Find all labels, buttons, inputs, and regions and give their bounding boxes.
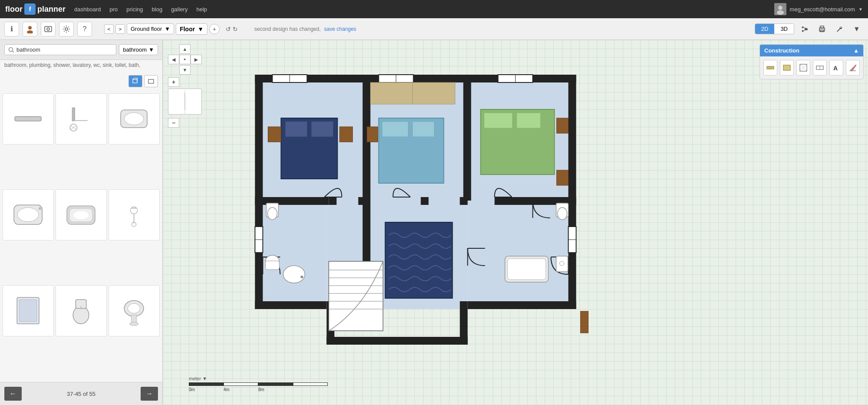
wall-tool[interactable] <box>763 60 777 76</box>
info-button[interactable]: ℹ <box>4 22 19 36</box>
wrench-button[interactable] <box>832 22 846 36</box>
svg-line-12 <box>13 51 14 53</box>
next-page-button[interactable]: → <box>141 387 158 401</box>
floor-tool[interactable] <box>780 60 794 76</box>
item-urinal[interactable] <box>56 285 107 336</box>
svg-point-104 <box>283 266 305 283</box>
item-shower-tray[interactable] <box>3 93 54 145</box>
nav-blog[interactable]: blog <box>152 6 163 13</box>
svg-rect-98 <box>557 118 569 133</box>
svg-rect-61 <box>327 337 468 345</box>
print-button[interactable] <box>815 22 829 36</box>
view-dropdown[interactable]: Floor ▼ <box>176 23 207 35</box>
item-bathtub2[interactable] <box>56 189 107 240</box>
view-dropdown-icon: ▼ <box>197 26 204 33</box>
item-mirror[interactable] <box>3 285 54 336</box>
window-tool[interactable] <box>813 60 827 76</box>
photos-button[interactable] <box>41 22 56 36</box>
floor-dropdown[interactable]: Ground floor ▼ <box>127 23 174 34</box>
svg-rect-63 <box>464 75 471 201</box>
nav-pricing[interactable]: pricing <box>126 6 143 13</box>
svg-point-41 <box>130 322 138 326</box>
add-floor-button[interactable]: + <box>209 24 220 34</box>
item-bathtub1[interactable] <box>3 189 54 240</box>
svg-rect-52 <box>329 197 337 205</box>
item-sink-pedestal[interactable] <box>108 285 160 336</box>
svg-rect-58 <box>468 301 576 309</box>
svg-rect-16 <box>72 108 75 121</box>
ceiling-tool[interactable] <box>796 60 810 76</box>
svg-rect-49 <box>255 75 263 309</box>
top-navigation: floor f planner dashboard pro pricing bl… <box>0 0 868 18</box>
svg-rect-103 <box>266 261 279 270</box>
search-area: bathroom ▼ <box>0 40 162 60</box>
svg-rect-85 <box>286 122 307 137</box>
nav-pro[interactable]: pro <box>109 6 118 13</box>
text-tool[interactable]: A <box>829 60 843 76</box>
nav-dashboard[interactable]: dashboard <box>74 6 101 13</box>
2d-view-button[interactable]: 2D <box>755 24 775 34</box>
svg-rect-117 <box>508 259 546 280</box>
svg-rect-34 <box>20 300 37 322</box>
scale-unit-dropdown[interactable]: meter ▼ <box>189 376 328 381</box>
item-bathtub-angled[interactable] <box>108 93 160 145</box>
construction-panel-header[interactable]: Construction ▲ <box>760 45 863 56</box>
item-shower[interactable] <box>56 93 107 145</box>
scale-visual <box>189 382 328 386</box>
svg-rect-92 <box>367 127 378 142</box>
undo-button[interactable]: ↺ <box>226 26 231 33</box>
erase-tool[interactable] <box>846 60 860 76</box>
user-dropdown-icon[interactable]: ▼ <box>858 7 863 12</box>
share-button[interactable] <box>798 22 812 36</box>
svg-point-11 <box>9 47 13 51</box>
user-area: meg_escott@hotmail.com ▼ <box>774 3 863 15</box>
svg-point-35 <box>73 306 89 324</box>
floor-dropdown-icon: ▼ <box>164 26 170 32</box>
svg-rect-96 <box>484 113 513 128</box>
svg-rect-10 <box>820 30 824 32</box>
scale-unit-label: meter <box>189 376 201 381</box>
scale-label-8: 8m <box>258 387 293 392</box>
floor-label: Ground floor <box>131 26 162 32</box>
2d-items-button[interactable] <box>144 75 158 87</box>
category-label: bathroom <box>123 46 147 53</box>
svg-rect-97 <box>517 113 541 128</box>
svg-point-24 <box>18 208 39 222</box>
svg-rect-107 <box>329 261 383 331</box>
floor-prev-button[interactable]: < <box>104 24 114 34</box>
nav-help[interactable]: help <box>196 6 207 13</box>
save-changes-link[interactable]: save changes <box>324 26 356 32</box>
user-email: meg_escott@hotmail.com <box>790 6 855 13</box>
canvas-area[interactable]: ▲ ◀ ✦ ▶ ▼ + | | − <box>163 40 868 405</box>
category-dropdown[interactable]: bathroom ▼ <box>119 44 158 55</box>
redo-button[interactable]: ↻ <box>233 26 238 33</box>
construction-collapse-icon: ▲ <box>853 47 859 54</box>
3d-view-button[interactable]: 3D <box>774 24 794 34</box>
main-toolbar: ℹ ? < > Ground floor ▼ Floor ▼ + ↺ ↻ sec… <box>0 18 868 40</box>
prev-page-button[interactable]: ← <box>4 387 22 401</box>
pagination: ← 37-45 of 55 → <box>0 382 162 405</box>
logo-icon: f <box>24 3 36 15</box>
svg-point-115 <box>558 207 567 220</box>
svg-rect-124 <box>581 311 589 333</box>
help-button[interactable]: ? <box>77 22 92 36</box>
svg-point-25 <box>39 207 41 210</box>
3d-items-button[interactable] <box>128 75 142 87</box>
svg-rect-57 <box>255 301 327 309</box>
svg-rect-15 <box>15 117 42 121</box>
construction-panel: Construction ▲ <box>760 44 864 79</box>
svg-point-105 <box>301 276 303 278</box>
svg-rect-118 <box>556 256 568 272</box>
nav-gallery[interactable]: gallery <box>171 6 187 13</box>
profile-button[interactable] <box>23 22 37 36</box>
floor-next-button[interactable]: > <box>115 24 125 34</box>
settings-button[interactable] <box>59 22 74 36</box>
undo-redo-area: ↺ ↻ <box>226 26 238 33</box>
item-faucet[interactable] <box>108 189 160 240</box>
search-input[interactable] <box>16 46 112 53</box>
more-button[interactable]: ▼ <box>850 22 864 36</box>
scale-segment-1 <box>189 382 224 386</box>
logo[interactable]: floor f planner <box>5 3 66 15</box>
scale-segment-2 <box>224 382 258 386</box>
svg-point-6 <box>47 28 49 30</box>
